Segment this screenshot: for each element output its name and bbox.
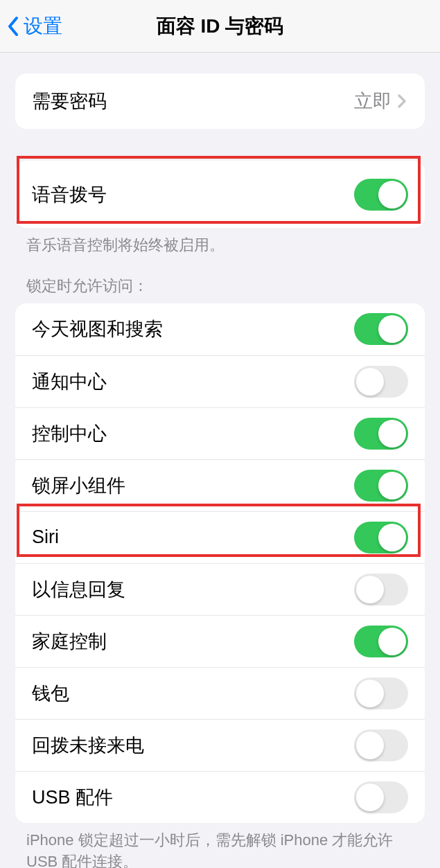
require-passcode-value: 立即 — [354, 89, 391, 114]
lock-access-row: 通知中心 — [15, 355, 425, 407]
lock-access-toggle[interactable] — [354, 626, 408, 657]
lock-access-footer: iPhone 锁定超过一小时后，需先解锁 iPhone 才能允许 USB 配件连… — [26, 830, 414, 868]
lock-access-row: 控制中心 — [15, 407, 425, 459]
voice-dial-group: 语音拨号 — [15, 161, 425, 228]
lock-access-row: 钱包 — [15, 667, 425, 719]
lock-access-label: 今天视图和搜索 — [32, 317, 354, 342]
lock-access-toggle[interactable] — [354, 522, 408, 553]
chevron-right-icon — [397, 93, 408, 109]
lock-access-row: 以信息回复 — [15, 563, 425, 615]
lock-access-toggle[interactable] — [354, 418, 408, 450]
page-title: 面容 ID 与密码 — [0, 13, 440, 39]
lock-access-row: 今天视图和搜索 — [15, 303, 425, 355]
lock-access-toggle[interactable] — [354, 313, 408, 345]
lock-access-toggle[interactable] — [354, 366, 408, 398]
lock-access-toggle[interactable] — [354, 729, 408, 761]
lock-access-header: 锁定时允许访问： — [26, 276, 414, 296]
lock-access-toggle[interactable] — [354, 781, 408, 813]
navigation-bar: 设置 面容 ID 与密码 — [0, 0, 440, 53]
lock-access-row: 锁屏小组件 — [15, 459, 425, 511]
lock-access-group: 今天视图和搜索通知中心控制中心锁屏小组件Siri以信息回复家庭控制钱包回拨未接来… — [15, 303, 425, 823]
back-button[interactable]: 设置 — [0, 13, 62, 39]
lock-access-row: 回拨未接来电 — [15, 719, 425, 771]
lock-access-label: 家庭控制 — [32, 629, 354, 654]
lock-access-label: USB 配件 — [32, 785, 354, 810]
lock-access-toggle[interactable] — [354, 677, 408, 709]
lock-access-label: 控制中心 — [32, 421, 354, 446]
chevron-left-icon — [6, 15, 21, 37]
lock-access-row: USB 配件 — [15, 771, 425, 823]
lock-access-label: 通知中心 — [32, 369, 354, 394]
voice-dial-row: 语音拨号 — [15, 161, 425, 228]
voice-dial-label: 语音拨号 — [32, 182, 354, 207]
lock-access-toggle[interactable] — [354, 470, 408, 502]
lock-access-label: 钱包 — [32, 681, 354, 706]
lock-access-label: 锁屏小组件 — [32, 473, 354, 498]
lock-access-toggle[interactable] — [354, 574, 408, 605]
lock-access-label: Siri — [32, 526, 354, 548]
voice-dial-toggle[interactable] — [354, 179, 408, 211]
lock-access-label: 回拨未接来电 — [32, 733, 354, 758]
require-passcode-row[interactable]: 需要密码 立即 — [15, 73, 425, 129]
require-passcode-group: 需要密码 立即 — [15, 73, 425, 129]
lock-access-label: 以信息回复 — [32, 577, 354, 602]
lock-access-row: 家庭控制 — [15, 615, 425, 667]
back-label: 设置 — [24, 13, 62, 39]
voice-dial-footer: 音乐语音控制将始终被启用。 — [26, 235, 414, 256]
lock-access-row: Siri — [15, 511, 425, 563]
require-passcode-label: 需要密码 — [32, 89, 354, 114]
